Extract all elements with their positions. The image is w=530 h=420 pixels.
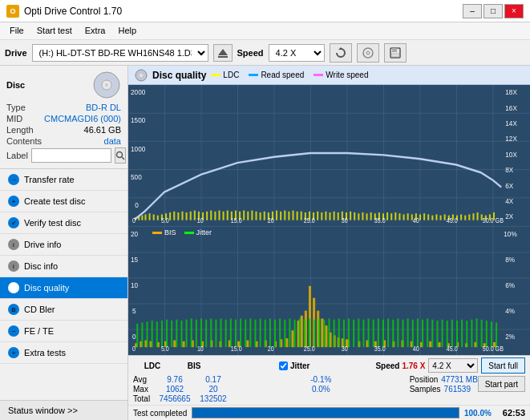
jitter-checkbox[interactable] bbox=[279, 361, 288, 370]
svg-rect-233 bbox=[240, 318, 241, 347]
status-window-button[interactable]: Status window >> bbox=[0, 400, 127, 420]
maximize-button[interactable]: □ bbox=[483, 4, 503, 18]
ldc-avg: 9.76 bbox=[167, 375, 182, 384]
menu-file[interactable]: File bbox=[3, 24, 30, 38]
svg-rect-285 bbox=[496, 322, 497, 347]
refresh-button[interactable] bbox=[330, 43, 352, 63]
svg-rect-260 bbox=[373, 320, 374, 347]
label-search-button[interactable] bbox=[115, 147, 126, 164]
drive-select[interactable]: (H:) HL-DT-ST BD-RE WH16NS48 1.D3 bbox=[32, 44, 208, 62]
sidebar-item-create-test-disc[interactable]: + Create test disc bbox=[0, 191, 127, 212]
svg-rect-236 bbox=[254, 320, 256, 347]
svg-text:15: 15 bbox=[131, 256, 138, 265]
close-button[interactable]: × bbox=[504, 4, 524, 18]
stats-row: LDC BIS Jitter Speed 1.76 X bbox=[128, 356, 530, 375]
svg-rect-265 bbox=[397, 318, 399, 347]
label-input[interactable] bbox=[31, 148, 111, 163]
menu-extra[interactable]: Extra bbox=[79, 24, 112, 38]
burn-button[interactable] bbox=[357, 43, 379, 63]
svg-text:4%: 4% bbox=[505, 307, 515, 316]
legend-ldc-label: LDC bbox=[223, 71, 239, 79]
svg-rect-78 bbox=[321, 212, 322, 220]
svg-rect-237 bbox=[260, 318, 261, 347]
bis-avg: 0.17 bbox=[205, 375, 220, 384]
sidebar-item-extra-tests[interactable]: + Extra tests bbox=[0, 342, 127, 364]
svg-text:25.0: 25.0 bbox=[304, 345, 315, 353]
svg-text:20: 20 bbox=[131, 230, 138, 239]
svg-rect-249 bbox=[318, 318, 320, 347]
disc-quality-icon bbox=[135, 69, 148, 82]
svg-text:16X: 16X bbox=[505, 103, 517, 112]
svg-text:35.0: 35.0 bbox=[374, 345, 386, 353]
nav-label-drive-info: Drive info bbox=[24, 240, 61, 249]
svg-rect-67 bbox=[276, 211, 277, 220]
charts-area: 2000 1500 1000 500 0 18X 16X 14X 12X 10X… bbox=[128, 85, 530, 355]
progress-bar-container bbox=[192, 407, 459, 418]
eject-button[interactable] bbox=[213, 44, 233, 62]
sidebar-item-disc-quality[interactable]: ★ Disc quality bbox=[0, 277, 127, 299]
total-label: Total bbox=[133, 394, 156, 403]
sidebar-item-fe-te[interactable]: ~ FE / TE bbox=[0, 321, 127, 342]
svg-rect-283 bbox=[486, 321, 488, 347]
svg-rect-6 bbox=[392, 48, 397, 52]
type-value: BD-R DL bbox=[86, 103, 121, 112]
svg-rect-80 bbox=[330, 212, 331, 220]
svg-rect-50 bbox=[206, 212, 208, 220]
jitter-avg: -0.1% bbox=[310, 375, 331, 384]
menu-start-test[interactable]: Start test bbox=[30, 24, 79, 38]
svg-rect-188 bbox=[321, 318, 323, 347]
speed-select[interactable]: 4.2 X bbox=[269, 44, 325, 62]
svg-text:2%: 2% bbox=[505, 333, 515, 341]
disc-panel: Disc Type BD-R DL MID CMCMAGDI6 (000) Le… bbox=[0, 66, 127, 169]
svg-rect-256 bbox=[353, 320, 354, 347]
svg-line-12 bbox=[122, 157, 124, 160]
svg-text:6%: 6% bbox=[505, 281, 515, 290]
svg-rect-282 bbox=[481, 320, 483, 347]
samples-value: 761539 bbox=[444, 385, 471, 394]
svg-rect-62 bbox=[255, 212, 257, 220]
svg-rect-98 bbox=[403, 214, 405, 220]
svg-text:500: 500 bbox=[131, 172, 142, 181]
svg-rect-284 bbox=[491, 321, 492, 347]
svg-rect-230 bbox=[225, 320, 227, 347]
ldc-stats: LDC bbox=[133, 361, 172, 370]
start-full-button[interactable]: Start full bbox=[481, 357, 525, 374]
start-part-button[interactable]: Start part bbox=[478, 376, 525, 392]
svg-rect-246 bbox=[304, 320, 305, 347]
svg-point-14 bbox=[139, 73, 144, 78]
sidebar-item-cd-bler[interactable]: B CD Bler bbox=[0, 299, 127, 321]
refresh-icon bbox=[335, 47, 346, 59]
svg-rect-240 bbox=[274, 320, 276, 347]
svg-rect-243 bbox=[289, 318, 290, 347]
svg-rect-231 bbox=[230, 318, 232, 347]
svg-rect-226 bbox=[205, 320, 207, 347]
sidebar-item-transfer-rate[interactable]: → Transfer rate bbox=[0, 169, 127, 191]
sidebar-item-drive-info[interactable]: i Drive info bbox=[0, 234, 127, 256]
upper-chart-svg: 2000 1500 1000 500 0 18X 16X 14X 12X 10X… bbox=[128, 85, 530, 226]
ldc-values: 9.76 1062 7456665 bbox=[156, 375, 194, 403]
svg-rect-52 bbox=[214, 212, 216, 220]
mid-value: CMCMAGDI6 (000) bbox=[44, 114, 121, 123]
legend-ldc: LDC bbox=[211, 71, 239, 79]
svg-marker-0 bbox=[218, 49, 228, 55]
svg-rect-257 bbox=[358, 318, 359, 347]
svg-point-3 bbox=[363, 48, 373, 58]
svg-rect-45 bbox=[186, 212, 188, 220]
max-label: Max bbox=[133, 385, 156, 394]
speed-select-bottom[interactable]: 4.2 X bbox=[428, 358, 478, 373]
sidebar-item-disc-info[interactable]: i Disc info bbox=[0, 256, 127, 277]
menu-help[interactable]: Help bbox=[111, 24, 143, 38]
svg-rect-252 bbox=[334, 320, 335, 347]
minimize-button[interactable]: – bbox=[463, 4, 482, 18]
disc-icon bbox=[362, 47, 374, 59]
svg-rect-270 bbox=[422, 320, 423, 347]
type-label: Type bbox=[6, 103, 26, 112]
svg-rect-232 bbox=[235, 320, 237, 347]
save-button[interactable] bbox=[384, 43, 407, 63]
svg-rect-181 bbox=[291, 330, 293, 347]
sidebar-item-verify-test-disc[interactable]: ✓ Verify test disc bbox=[0, 212, 127, 234]
svg-rect-275 bbox=[447, 321, 448, 347]
svg-rect-212 bbox=[136, 324, 138, 348]
create-test-disc-icon: + bbox=[8, 196, 19, 207]
svg-text:30: 30 bbox=[342, 217, 349, 225]
